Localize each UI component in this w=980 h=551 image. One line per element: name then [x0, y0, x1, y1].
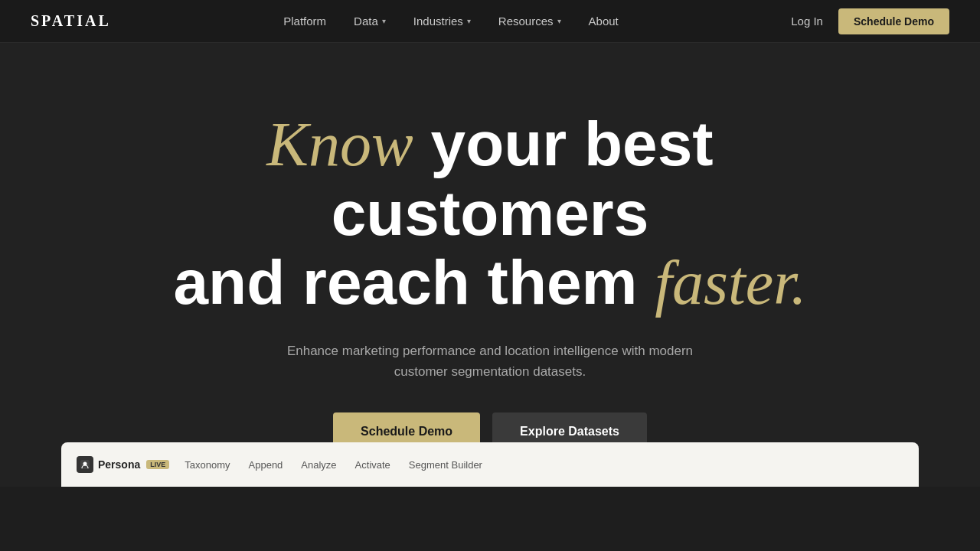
tab-activate[interactable]: Activate: [355, 459, 390, 471]
nav-item-platform[interactable]: Platform: [283, 15, 326, 28]
nav-item-industries[interactable]: Industries ▾: [413, 15, 471, 28]
tab-analyze[interactable]: Analyze: [301, 459, 336, 471]
login-link[interactable]: Log In: [791, 15, 823, 28]
hero-heading-line2: and reach them: [173, 247, 637, 317]
product-tabs: Taxonomy Append Analyze Activate Segment…: [185, 459, 482, 471]
persona-label: Persona: [98, 458, 140, 471]
hero-heading-faster: faster: [655, 248, 791, 318]
nav-link-data[interactable]: Data ▾: [354, 15, 386, 28]
nav-item-resources[interactable]: Resources ▾: [498, 15, 561, 28]
tab-segment-builder[interactable]: Segment Builder: [409, 459, 482, 471]
main-nav: SPATIAL Platform Data ▾ Industries ▾ Res…: [0, 0, 980, 43]
hero-section: Know your best customers and reach them …: [0, 43, 980, 487]
tab-taxonomy[interactable]: Taxonomy: [185, 459, 230, 471]
chevron-down-icon: ▾: [557, 17, 561, 25]
nav-schedule-demo-button[interactable]: Schedule Demo: [838, 8, 949, 34]
nav-item-about[interactable]: About: [589, 15, 619, 28]
hero-subtext: Enhance marketing performance and locati…: [283, 341, 697, 382]
live-badge: LIVE: [146, 460, 169, 469]
nav-link-industries[interactable]: Industries ▾: [413, 15, 471, 28]
hero-heading-period: .: [791, 248, 807, 318]
nav-link-about[interactable]: About: [589, 15, 619, 28]
persona-icon: [77, 456, 93, 473]
product-bar: Persona LIVE Taxonomy Append Analyze Act…: [61, 442, 919, 487]
hero-heading: Know your best customers and reach them …: [145, 109, 835, 318]
nav-item-data[interactable]: Data ▾: [354, 15, 386, 28]
nav-actions: Log In Schedule Demo: [791, 8, 949, 34]
hero-heading-know: Know: [266, 109, 413, 179]
persona-logo: Persona LIVE: [77, 456, 169, 473]
tab-append[interactable]: Append: [249, 459, 283, 471]
brand-logo: SPATIAL: [31, 12, 111, 30]
chevron-down-icon: ▾: [382, 17, 386, 25]
nav-link-platform[interactable]: Platform: [283, 15, 326, 28]
nav-links: Platform Data ▾ Industries ▾ Resources ▾…: [283, 15, 619, 28]
nav-link-resources[interactable]: Resources ▾: [498, 15, 561, 28]
chevron-down-icon: ▾: [467, 17, 471, 25]
